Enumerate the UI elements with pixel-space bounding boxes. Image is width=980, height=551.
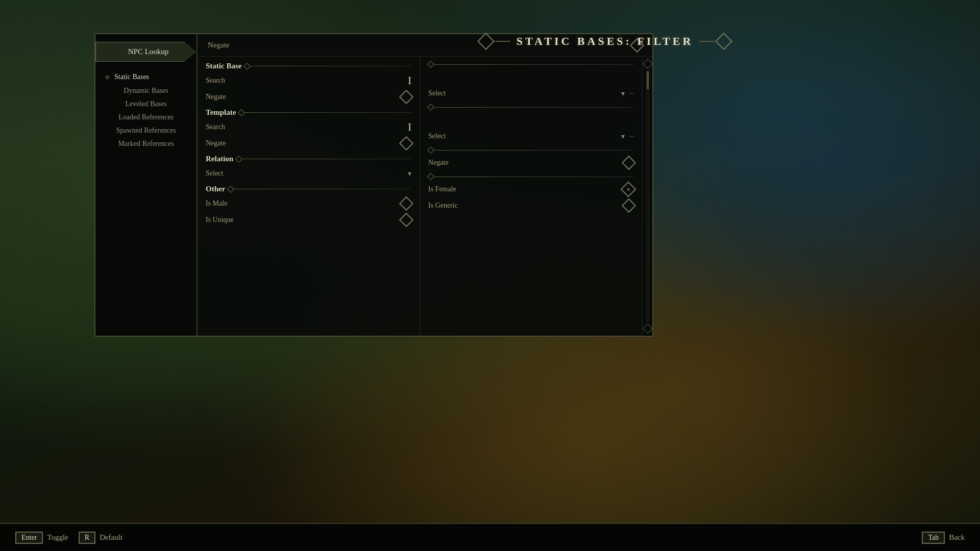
is-unique-diamond[interactable] — [399, 213, 413, 227]
is-male-diamond[interactable] — [399, 196, 413, 211]
template-select-row[interactable]: Select ▾ ··· — [428, 128, 634, 144]
section-header-relation-right — [428, 147, 634, 153]
template-search-cursor: I — [408, 121, 411, 133]
static-base-search-row: Search I — [206, 72, 411, 89]
static-base-negate-row: Negate — [206, 89, 411, 105]
template-search-label: Search — [206, 123, 404, 131]
tab-key-box: Tab — [922, 532, 945, 544]
section-header-staticbase-right — [428, 62, 634, 67]
is-female-row: Is Female ✕ — [428, 181, 634, 197]
static-base-negate-label: Negate — [206, 93, 397, 101]
section-header-other-right — [428, 174, 634, 179]
scroll-track[interactable] — [646, 71, 649, 321]
template-search-row: Search I — [206, 119, 411, 135]
r-key-label: Default — [100, 533, 122, 542]
is-male-label: Is Male — [206, 199, 397, 208]
section-header-static-base: Static Base — [206, 62, 411, 70]
r-key-box: R — [79, 532, 95, 544]
sidebar-item-loaded-references[interactable]: Loaded References — [100, 111, 192, 124]
is-male-row: Is Male — [206, 195, 411, 212]
is-unique-row: Is Unique — [206, 212, 411, 228]
main-panel: NPC Lookup ⟡ Static Bases Dynamic Bases … — [94, 33, 653, 337]
sidebar-item-label: Static Bases — [114, 73, 149, 81]
corner-tl — [94, 33, 108, 46]
staticbase-dropdown-arrow: ▾ — [621, 89, 625, 98]
filter-content: Negate Static Base Search I — [198, 34, 652, 336]
section-title-static-base: Static Base — [206, 62, 241, 70]
staticbase-select-row[interactable]: Select ▾ ··· — [428, 85, 634, 102]
hotkey-tab: Tab Back — [922, 532, 965, 544]
static-base-search-label: Search — [206, 77, 404, 85]
scrollbar[interactable] — [642, 57, 652, 336]
relation-select-row[interactable]: Select ▾ — [206, 165, 411, 182]
top-negate-label: Negate — [208, 41, 632, 49]
sidebar-item-dynamic-bases[interactable]: Dynamic Bases — [100, 84, 192, 97]
relation-dropdown-arrow: ▾ — [408, 169, 411, 178]
sidebar-item-static-bases[interactable]: ⟡ Static Bases — [100, 70, 192, 84]
is-female-cross-diamond[interactable]: ✕ — [620, 181, 636, 197]
is-unique-label: Is Unique — [206, 216, 397, 224]
left-column: Static Base Search I Negate — [198, 57, 420, 336]
hotkey-enter: Enter Toggle — [15, 532, 68, 544]
template-negate-label: Negate — [206, 139, 397, 147]
nav-active-icon: ⟡ — [105, 72, 110, 82]
template-dropdown-arrow: ▾ — [621, 132, 625, 141]
section-title-other: Other — [206, 185, 225, 193]
sidebar-nav: ⟡ Static Bases Dynamic Bases Leveled Bas… — [95, 70, 197, 151]
section-header-other: Other — [206, 185, 411, 193]
relation-negate-label: Negate — [428, 159, 620, 167]
sidebar: NPC Lookup ⟡ Static Bases Dynamic Bases … — [95, 34, 198, 336]
template-select-label: Select — [428, 132, 617, 140]
enter-key-label: Toggle — [47, 533, 68, 542]
is-female-label: Is Female — [428, 185, 619, 193]
template-negate-row: Negate — [206, 135, 411, 152]
bottom-bar: Enter Toggle R Default Tab Back — [0, 523, 980, 551]
scrollbar-top-diamond — [643, 59, 652, 69]
npc-lookup-button[interactable]: NPC Lookup — [95, 42, 197, 62]
hotkey-r: R Default — [79, 532, 122, 544]
template-more-dots[interactable]: ··· — [629, 132, 634, 140]
staticbase-more-dots[interactable]: ··· — [629, 89, 634, 97]
relation-negate-diamond[interactable] — [622, 156, 636, 170]
is-generic-row: Is Generic — [428, 197, 634, 214]
top-negate-row: Negate — [198, 34, 652, 57]
section-header-relation: Relation — [206, 155, 411, 163]
left-hotkeys: Enter Toggle R Default — [15, 532, 122, 544]
section-title-relation: Relation — [206, 155, 233, 163]
scroll-thumb[interactable] — [647, 71, 649, 89]
section-title-template: Template — [206, 108, 236, 117]
section-header-template: Template — [206, 108, 411, 117]
staticbase-select-label: Select — [428, 89, 617, 97]
sidebar-item-spawned-references[interactable]: Spawned References — [100, 124, 192, 137]
is-generic-label: Is Generic — [428, 202, 620, 210]
corner-br — [640, 323, 653, 337]
static-base-negate-diamond[interactable] — [399, 90, 413, 104]
relation-select-label: Select — [206, 169, 404, 178]
corner-bl — [94, 323, 108, 337]
sidebar-item-marked-references[interactable]: Marked References — [100, 137, 192, 151]
sections-area: Static Base Search I Negate — [198, 57, 652, 336]
template-negate-diamond[interactable] — [399, 136, 413, 151]
right-column: Select ▾ ··· Select ▾ ··· — [420, 57, 642, 336]
is-generic-diamond[interactable] — [622, 198, 636, 213]
section-header-template-right — [428, 105, 634, 110]
tab-key-label: Back — [949, 533, 965, 542]
template-right-search-placeholder — [428, 112, 634, 128]
static-base-search-cursor: I — [408, 75, 411, 87]
enter-key-box: Enter — [15, 532, 43, 544]
staticbase-right-search-placeholder — [428, 69, 634, 85]
corner-tr — [640, 33, 653, 46]
sidebar-item-leveled-bases[interactable]: Leveled Bases — [100, 97, 192, 111]
relation-negate-row: Negate — [428, 155, 634, 171]
